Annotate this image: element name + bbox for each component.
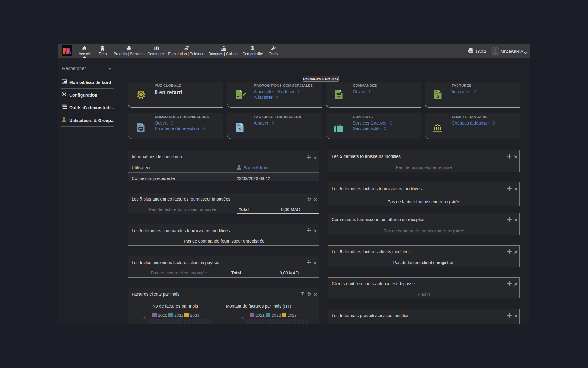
svg-text:$: $ [252, 47, 253, 49]
svg-text:$: $ [239, 127, 241, 131]
svg-text:$: $ [437, 94, 439, 98]
